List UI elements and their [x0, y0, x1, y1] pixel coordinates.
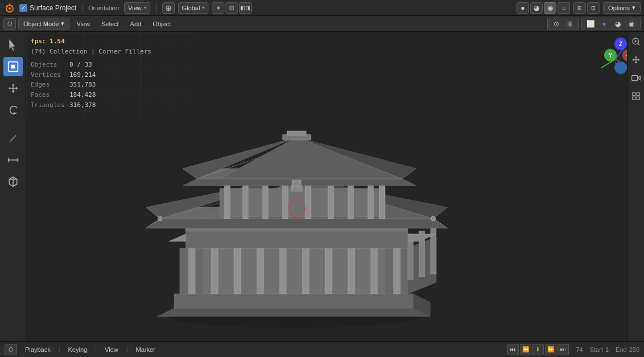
- blender-logo-icon[interactable]: [3, 2, 16, 14]
- svg-point-88: [158, 216, 162, 221]
- edges-row: Edges 351,783: [31, 80, 151, 90]
- play-pause-btn[interactable]: ⏸: [532, 344, 544, 355]
- svg-rect-65: [348, 184, 354, 219]
- svg-point-1: [9, 7, 11, 10]
- marker-menu[interactable]: Marker: [132, 345, 160, 354]
- prev-frame-btn[interactable]: ⏪: [520, 344, 531, 355]
- proportional-icon[interactable]: ⊙: [225, 2, 238, 14]
- end-label: End: [616, 346, 627, 353]
- measure-tool-icon[interactable]: [3, 150, 23, 170]
- mirror-icon[interactable]: ◧◨: [239, 2, 252, 14]
- chevron-down-icon: ▾: [144, 5, 146, 10]
- svg-point-89: [431, 216, 436, 221]
- zoom-camera-icon[interactable]: [629, 34, 643, 49]
- playback-menu[interactable]: Playback: [20, 345, 55, 354]
- jump-end-btn[interactable]: ⏭: [557, 344, 569, 355]
- grid-view-icon[interactable]: [629, 89, 643, 104]
- svg-line-96: [638, 43, 639, 45]
- overlay-toggle-icon[interactable]: ⊞: [564, 18, 576, 30]
- svg-rect-32: [348, 243, 355, 294]
- chevron-down-icon: ▾: [61, 20, 64, 27]
- snap-icons-group: ⌖ ⊙ ◧◨: [212, 2, 252, 14]
- display4-icon[interactable]: ◉: [625, 18, 638, 30]
- checkbox-icon: ✓: [19, 4, 27, 12]
- svg-marker-42: [146, 219, 448, 228]
- gizmo-toggle-group: ⊙ ⊞: [547, 18, 579, 30]
- top-menu-bar: ✓ Surface Project Orientation: View ▾ ⊕ …: [0, 0, 644, 16]
- project-checkbox[interactable]: ✓ Surface Project: [19, 4, 76, 12]
- xray-icon[interactable]: ⊡: [587, 2, 600, 14]
- svg-rect-102: [637, 97, 639, 100]
- svg-rect-103: [633, 97, 635, 100]
- svg-rect-63: [305, 184, 311, 219]
- keying-menu[interactable]: Keying: [64, 345, 92, 354]
- cursor-tool-icon[interactable]: [3, 35, 23, 55]
- timeline-icon[interactable]: ⬡: [5, 344, 17, 355]
- objects-row: Objects 0 / 33: [31, 60, 151, 70]
- sep2: |: [95, 346, 97, 353]
- gizmo-y-axis[interactable]: Y: [604, 49, 617, 61]
- display2-icon[interactable]: ●: [598, 18, 610, 30]
- svg-rect-87: [292, 180, 301, 187]
- move-tool-icon[interactable]: [3, 79, 23, 98]
- solid-shade-icon[interactable]: ◉: [544, 2, 556, 14]
- svg-rect-25: [188, 243, 195, 294]
- menu-add[interactable]: Add: [126, 19, 146, 28]
- svg-rect-99: [631, 75, 637, 80]
- timeline-menu: ⬡ Playback | Keying | View | Marker: [5, 344, 160, 355]
- overlay-icon[interactable]: ⊞: [573, 2, 586, 14]
- header-icon[interactable]: ⬡: [3, 18, 16, 30]
- timeline-bar: ⬡ Playback | Keying | View | Marker ⏮ ⏪ …: [0, 341, 644, 357]
- stats-overlay: fps: 1.54 (74) Collection | Corner Fille…: [31, 36, 151, 110]
- chevron-down-icon: ▾: [632, 4, 635, 11]
- menu-view[interactable]: View: [72, 19, 95, 28]
- display1-icon[interactable]: ⬜: [584, 18, 597, 30]
- view-menu-bottom[interactable]: View: [100, 345, 123, 354]
- viewport-3d[interactable]: fps: 1.54 (74) Collection | Corner Fille…: [26, 32, 644, 341]
- wireframe-shade-icon[interactable]: ○: [557, 2, 570, 14]
- view-dropdown[interactable]: View ▾: [124, 2, 150, 14]
- rotate-tool-icon[interactable]: [3, 100, 23, 120]
- triangles-label: Triangles: [31, 100, 65, 110]
- jump-start-btn[interactable]: ⏮: [507, 344, 519, 355]
- next-frame-btn[interactable]: ⏩: [545, 344, 556, 355]
- gizmo-z-axis[interactable]: Z: [614, 38, 627, 50]
- svg-rect-6: [11, 65, 15, 69]
- svg-rect-26: [211, 243, 218, 294]
- select-tool-icon[interactable]: [3, 57, 23, 76]
- project-name: Surface Project: [30, 4, 76, 12]
- camera-icon[interactable]: [629, 71, 643, 85]
- mode-toolbar: ⬡ Object Mode ▾ View Select Add Object ⊙…: [0, 16, 644, 32]
- menu-object[interactable]: Object: [148, 19, 175, 28]
- end-frame: End 250: [616, 346, 639, 353]
- annotate-tool-icon[interactable]: [3, 129, 23, 148]
- add-cube-icon[interactable]: [3, 172, 23, 191]
- display3-icon[interactable]: ◕: [612, 18, 624, 30]
- sep1: |: [59, 346, 60, 353]
- triangles-row: Triangles 316,378: [31, 100, 151, 110]
- material-shade-icon[interactable]: ◕: [530, 2, 543, 14]
- vertices-label: Vertices: [31, 70, 65, 80]
- snap-icon[interactable]: ⌖: [212, 2, 224, 14]
- menu-select[interactable]: Select: [97, 19, 124, 28]
- svg-rect-59: [224, 184, 230, 219]
- svg-rect-30: [302, 243, 309, 294]
- transform-global-dropdown[interactable]: Global ▾: [178, 2, 209, 14]
- object-mode-dropdown[interactable]: Object Mode ▾: [18, 18, 69, 30]
- svg-rect-67: [379, 184, 385, 219]
- svg-rect-34: [393, 243, 400, 294]
- svg-rect-64: [328, 184, 334, 219]
- toolbar2-right: ⊙ ⊞ ⬜ ● ◕ ◉: [547, 18, 641, 30]
- overlay-icons: ⊞ ⊡: [573, 2, 600, 14]
- render-shade-icon[interactable]: ●: [516, 2, 529, 14]
- svg-rect-62: [282, 184, 288, 219]
- faces-value: 184,428: [69, 90, 96, 100]
- move-icon[interactable]: ⊕: [162, 2, 175, 14]
- options-button[interactable]: Options ▾: [603, 2, 641, 14]
- viewport-display-group: ⬜ ● ◕ ◉: [581, 18, 641, 30]
- gizmo-icon[interactable]: ⊙: [550, 18, 563, 30]
- pan-icon[interactable]: [629, 52, 643, 67]
- right-tool-panel: [627, 32, 644, 341]
- gizmo-view-dot[interactable]: [614, 61, 627, 74]
- svg-rect-28: [257, 243, 264, 294]
